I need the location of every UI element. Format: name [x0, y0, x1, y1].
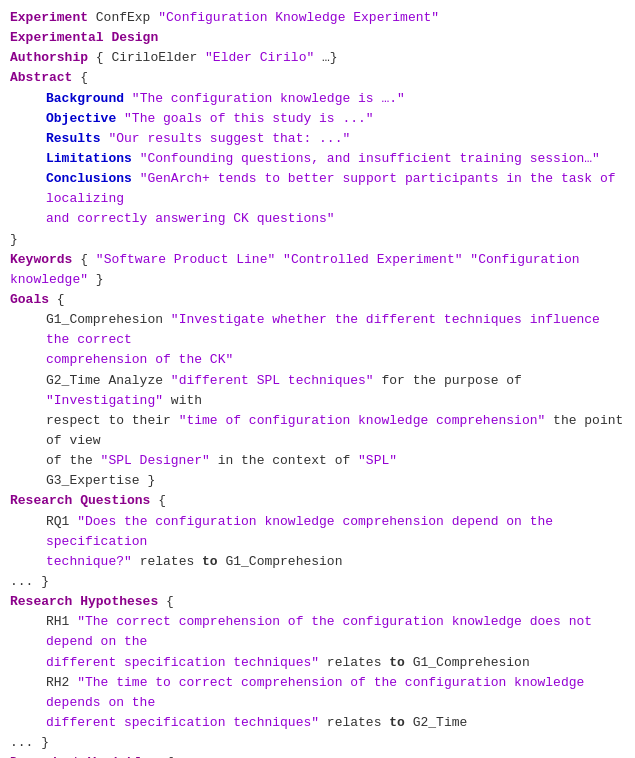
code-line: Authorship { CiriloElder "Elder Cirilo" …: [10, 48, 625, 68]
code-line: Goals {: [10, 290, 625, 310]
code-line: different specification techniques" rela…: [10, 653, 625, 673]
code-line: ... }: [10, 572, 625, 592]
code-line: RQ1 "Does the configuration knowledge co…: [10, 512, 625, 552]
code-line: G2_Time Analyze "different SPL technique…: [10, 371, 625, 411]
code-line: Keywords { "Software Product Line" "Cont…: [10, 250, 625, 290]
code-line: Experimental Design: [10, 28, 625, 48]
code-line: Research Hypotheses {: [10, 592, 625, 612]
code-line: G3_Expertise }: [10, 471, 625, 491]
code-line: of the "SPL Designer" in the context of …: [10, 451, 625, 471]
code-line: Dependent Variables {: [10, 753, 625, 758]
code-line: Experiment ConfExp "Configuration Knowle…: [10, 8, 625, 28]
code-line: Results "Our results suggest that: ...": [10, 129, 625, 149]
code-line: Limitations "Confounding questions, and …: [10, 149, 625, 169]
code-line: different specification techniques" rela…: [10, 713, 625, 733]
code-line: ... }: [10, 733, 625, 753]
code-line: Background "The configuration knowledge …: [10, 89, 625, 109]
code-line: G1_Comprehesion "Investigate whether the…: [10, 310, 625, 350]
code-line: technique?" relates to G1_Comprehesion: [10, 552, 625, 572]
code-line: and correctly answering CK questions": [10, 209, 625, 229]
code-block: Experiment ConfExp "Configuration Knowle…: [10, 8, 625, 758]
code-line: respect to their "time of configuration …: [10, 411, 625, 451]
code-line: Abstract {: [10, 68, 625, 88]
code-line: Objective "The goals of this study is ..…: [10, 109, 625, 129]
code-line: }: [10, 230, 625, 250]
code-line: RH2 "The time to correct comprehension o…: [10, 673, 625, 713]
code-line: Conclusions "GenArch+ tends to better su…: [10, 169, 625, 209]
code-line: RH1 "The correct comprehension of the co…: [10, 612, 625, 652]
code-line: Research Questions {: [10, 491, 625, 511]
code-line: comprehension of the CK": [10, 350, 625, 370]
